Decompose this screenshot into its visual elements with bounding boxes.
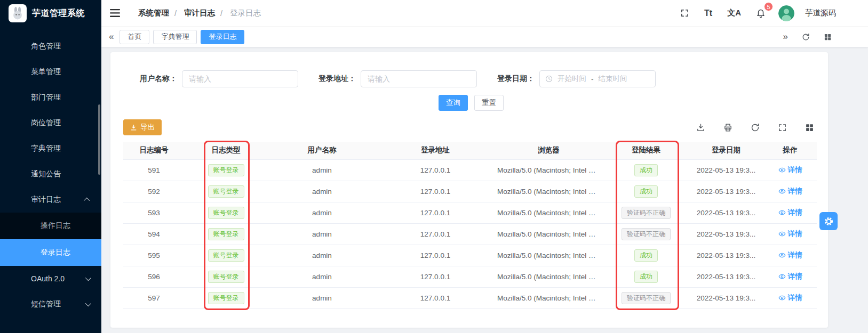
sidebar-menu-item[interactable]: 短信管理 — [0, 291, 101, 317]
cell-log-id: 595 — [123, 245, 185, 266]
tabs-refresh-icon[interactable] — [800, 31, 812, 43]
cell-login-date: 2022-05-13 19:3... — [689, 202, 763, 223]
date-separator: - — [591, 75, 594, 83]
table-row: 594 账号登录 admin 127.0.0.1 Mozilla/5.0 (Ma… — [123, 223, 817, 245]
date-end-placeholder: 结束时间 — [599, 74, 627, 84]
eye-icon — [778, 251, 786, 259]
theme-settings-gear-icon[interactable] — [819, 212, 838, 230]
cell-log-type: 账号登录 — [185, 245, 267, 266]
sidebar-menu-item[interactable]: 菜单管理 — [0, 59, 101, 85]
page-tab[interactable]: 字典管理 — [153, 30, 197, 44]
detail-link[interactable]: 详情 — [778, 250, 802, 260]
cell-browser: Mozilla/5.0 (Macintosh; Intel M... — [494, 159, 603, 181]
tabs-scroll-right-icon[interactable]: » — [781, 29, 790, 44]
detail-link[interactable]: 详情 — [778, 165, 802, 175]
cell-log-id: 592 — [123, 181, 185, 202]
sidebar-menu-item[interactable]: 操作日志 — [0, 213, 101, 239]
expand-icon[interactable] — [776, 121, 789, 134]
sidebar-menu-item[interactable]: 通知公告 — [0, 161, 101, 187]
sidebar-menu-item[interactable]: 角色管理 — [0, 34, 101, 59]
sidebar-menu-item[interactable]: OAuth 2.0 — [0, 266, 101, 291]
login-log-table: 日志编号 日志类型 用户名称 登录地址 浏览器 登陆结果 登录日期 操作 — [123, 142, 817, 309]
download-icon[interactable] — [694, 121, 707, 134]
sidebar-item-label: 审计日志 — [31, 195, 61, 205]
sidebar-item-label: 登录日志 — [41, 248, 70, 257]
detail-link[interactable]: 详情 — [778, 186, 802, 196]
date-range-picker[interactable]: 开始时间 - 结束时间 — [539, 70, 656, 87]
column-settings-icon[interactable] — [803, 121, 816, 134]
cell-username: admin — [267, 287, 377, 308]
avatar[interactable] — [778, 5, 794, 21]
detail-link[interactable]: 详情 — [778, 208, 802, 217]
tabs-layout-grid-icon[interactable] — [822, 31, 834, 43]
filter-login-date: 登录日期： 开始时间 - 结束时间 — [497, 70, 656, 87]
reset-button[interactable]: 重置 — [474, 95, 504, 111]
search-button[interactable]: 查询 — [439, 95, 468, 111]
column-header: 日志类型 — [185, 142, 267, 159]
cell-actions: 详情 — [763, 159, 817, 181]
hamburger-menu-icon[interactable] — [108, 7, 122, 19]
tabs-scroll-left-icon[interactable]: « — [107, 29, 116, 44]
sidebar-item-label: OAuth 2.0 — [31, 274, 65, 283]
notification-bell-icon[interactable]: 5 — [754, 6, 768, 20]
cell-login-date: 2022-05-13 19:3... — [689, 287, 763, 308]
cell-login-result: 成功 — [603, 266, 689, 287]
refresh-icon[interactable] — [748, 121, 762, 134]
breadcrumb-item[interactable]: 登录日志 — [230, 8, 261, 18]
cell-login-date: 2022-05-13 19:3... — [689, 181, 763, 202]
sidebar-item-label: 字典管理 — [31, 144, 61, 153]
app-logo[interactable]: 芋道管理系统 — [0, 0, 101, 27]
breadcrumb-item[interactable]: 审计日志 — [184, 8, 215, 18]
filter-panel: 用户名称： 登录地址： 登录日期： 开始时间 - 结束时间 — [140, 70, 817, 87]
cell-browser: Mozilla/5.0 (Macintosh; Intel M... — [494, 223, 603, 245]
user-name[interactable]: 芋道源码 — [805, 8, 836, 18]
cell-login-date: 2022-05-13 19:3... — [689, 245, 763, 266]
sidebar-scrollbar[interactable] — [98, 104, 100, 175]
sidebar-menu-item[interactable]: 岗位管理 — [0, 110, 101, 136]
cell-username: admin — [267, 245, 377, 266]
breadcrumb-item[interactable]: 系统管理 — [138, 8, 169, 18]
cell-login-address: 127.0.0.1 — [377, 245, 494, 266]
log-type-tag: 账号登录 — [208, 185, 244, 198]
eye-icon — [778, 209, 786, 216]
sidebar-menu-item[interactable]: 登录日志 — [0, 239, 101, 266]
font-size-icon[interactable]: Tt — [702, 6, 714, 20]
rabbit-logo-icon — [9, 4, 27, 22]
page-tab[interactable]: 首页 — [120, 30, 149, 44]
sidebar-menu-item[interactable]: 部门管理 — [0, 85, 101, 110]
column-header: 用户名称 — [267, 142, 377, 159]
breadcrumb: 系统管理 / 审计日志 / 登录日志 — [138, 8, 274, 18]
print-icon[interactable] — [721, 121, 735, 134]
date-start-placeholder: 开始时间 — [558, 74, 586, 84]
detail-link[interactable]: 详情 — [778, 293, 802, 303]
fullscreen-icon[interactable] — [678, 6, 691, 20]
cell-actions: 详情 — [763, 202, 817, 223]
cell-login-date: 2022-05-13 19:3... — [689, 266, 763, 287]
cell-login-date: 2022-05-13 19:3... — [689, 223, 763, 245]
detail-link[interactable]: 详情 — [778, 229, 802, 239]
column-header: 日志编号 — [123, 142, 185, 159]
tab-bar-actions: » — [781, 29, 834, 44]
sidebar-menu-item[interactable]: 审计日志 — [0, 187, 101, 213]
table-row: 592 账号登录 admin 127.0.0.1 Mozilla/5.0 (Ma… — [123, 181, 817, 202]
cell-browser: Mozilla/5.0 (Macintosh; Intel M... — [494, 181, 603, 202]
username-input[interactable] — [182, 70, 298, 87]
language-icon[interactable]: 文A — [725, 6, 743, 20]
export-button[interactable]: 导出 — [123, 119, 162, 135]
app-title: 芋道管理系统 — [32, 8, 85, 19]
log-type-tag: 账号登录 — [208, 207, 244, 219]
cell-log-id: 593 — [123, 202, 185, 223]
sidebar-menu-item[interactable]: 字典管理 — [0, 136, 101, 161]
table-header-row: 日志编号 日志类型 用户名称 登录地址 浏览器 登陆结果 登录日期 操作 — [123, 142, 817, 159]
cell-login-address: 127.0.0.1 — [377, 266, 494, 287]
cell-login-result: 验证码不正确 — [603, 223, 689, 245]
column-header: 登录日期 — [689, 142, 763, 159]
page-tab[interactable]: 登录日志 — [201, 30, 244, 44]
cell-actions: 详情 — [763, 181, 817, 202]
detail-link[interactable]: 详情 — [778, 272, 802, 281]
cell-log-type: 账号登录 — [185, 181, 267, 202]
sidebar-item-label: 岗位管理 — [31, 118, 61, 128]
table-row: 591 账号登录 admin 127.0.0.1 Mozilla/5.0 (Ma… — [123, 159, 817, 181]
login-address-input[interactable] — [361, 70, 477, 87]
cell-username: admin — [267, 202, 377, 223]
